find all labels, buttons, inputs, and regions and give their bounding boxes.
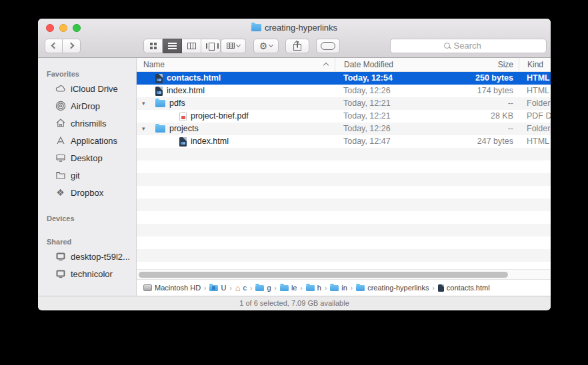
home-icon (55, 118, 66, 129)
desktop-icon (55, 153, 66, 164)
folder-row-pdfs[interactable]: ▾ pdfs Today, 12:21 -- Folder (137, 97, 551, 110)
file-row-project-brief-pdf[interactable]: project-brief.pdf Today, 12:21 28 KB PDF… (137, 110, 551, 123)
hard-drive-icon (143, 284, 152, 291)
pdf-file-icon (179, 112, 187, 121)
chevron-right-icon (67, 43, 74, 49)
titlebar[interactable]: creating-hyperlinks (38, 19, 551, 36)
html-file-icon (438, 284, 444, 292)
column-header-name[interactable]: Name (137, 58, 335, 71)
path-item-contacts-html[interactable]: contacts.html (438, 284, 490, 292)
tag-button[interactable] (316, 39, 340, 53)
horizontal-scrollbar-thumb[interactable] (139, 272, 508, 278)
window-title-text: creating-hyperlinks (265, 23, 337, 33)
sidebar-item-home[interactable]: chrismills (38, 115, 136, 132)
html-file-icon (155, 74, 163, 83)
path-separator: › (433, 284, 435, 292)
sort-ascending-icon (323, 63, 329, 68)
sidebar-item-desktop[interactable]: Desktop (38, 149, 136, 167)
display-icon (55, 251, 66, 262)
sidebar-item-technicolor[interactable]: technicolor (38, 265, 136, 282)
sidebar-item-label: Desktop (71, 153, 103, 163)
status-bar: 1 of 6 selected, 7.09 GB available (38, 296, 551, 310)
group-by-button[interactable] (221, 39, 246, 53)
column-headers: Name Date Modified Size Kind (137, 58, 551, 72)
file-row-index-html[interactable]: index.html Today, 12:26 174 bytes HTML (137, 85, 551, 97)
file-row-index-html-nested[interactable]: index.html Today, 12:47 247 bytes HTML (137, 135, 551, 148)
folder-icon (155, 100, 165, 107)
action-menu-button[interactable]: ⚙ (253, 39, 279, 53)
column-view-button[interactable] (182, 39, 201, 53)
sidebar-item-dropbox[interactable]: ❖ Dropbox (38, 184, 136, 201)
window-chrome: creating-hyperlinks ⚙ (38, 19, 551, 58)
horizontal-scrollbar[interactable] (137, 269, 551, 279)
file-list-pane: Name Date Modified Size Kind contacts.ht… (137, 58, 551, 296)
chevron-left-icon (51, 43, 58, 49)
share-icon (293, 41, 301, 51)
column-header-kind[interactable]: Kind (519, 58, 551, 71)
sidebar-item-label: Dropbox (71, 188, 103, 198)
sidebar-section-shared: Shared (47, 238, 136, 246)
finder-window: creating-hyperlinks ⚙ (38, 19, 551, 310)
sidebar-item-desktop-t59l2[interactable]: desktop-t59l2... (38, 248, 136, 265)
list-view-icon (168, 43, 177, 49)
chevron-down-icon (236, 43, 241, 47)
share-button[interactable] (285, 39, 309, 53)
search-input[interactable] (454, 41, 494, 51)
html-file-icon (179, 137, 187, 147)
folder-icon (306, 285, 315, 291)
tag-icon (321, 42, 335, 50)
path-item-creating-hyperlinks[interactable]: creating-hyperlinks (356, 284, 429, 292)
list-view-button[interactable] (163, 39, 182, 53)
folder-icon (356, 285, 365, 291)
disclosure-triangle-icon[interactable]: ▾ (142, 97, 145, 110)
path-item-users[interactable]: U (209, 284, 226, 292)
path-item-macintosh-hd[interactable]: Macintosh HD (143, 284, 201, 292)
path-item-g[interactable]: g (255, 284, 271, 292)
sidebar-item-applications[interactable]: Applications (38, 132, 136, 149)
sidebar-item-label: chrismills (71, 119, 106, 129)
disclosure-triangle-icon[interactable]: ▾ (142, 123, 145, 135)
path-separator: › (300, 284, 302, 292)
chevron-down-icon (269, 43, 273, 47)
sidebar-item-label: technicolor (71, 269, 113, 279)
folder-row-projects[interactable]: ▾ projects Today, 12:26 -- Folder (137, 123, 551, 135)
icon-view-button[interactable] (143, 39, 163, 53)
home-folder-icon: ⌂ (235, 284, 241, 292)
display-icon (55, 268, 66, 280)
sidebar-item-label: AirDrop (71, 101, 100, 111)
sidebar: Favorites iCloud Drive AirDrop chrismill… (38, 58, 137, 296)
path-item-h[interactable]: h (306, 284, 321, 292)
sidebar-item-label: desktop-t59l2... (71, 252, 130, 262)
window-title: creating-hyperlinks (38, 19, 551, 36)
html-file-icon (155, 87, 163, 96)
path-separator: › (325, 284, 327, 292)
path-item-in[interactable]: in (330, 284, 347, 292)
sidebar-item-label: iCloud Drive (71, 84, 118, 94)
folder-icon (280, 285, 289, 291)
search-field[interactable] (390, 39, 547, 53)
sidebar-item-icloud-drive[interactable]: iCloud Drive (38, 80, 136, 97)
sidebar-item-git[interactable]: git (38, 167, 136, 184)
forward-button[interactable] (63, 39, 81, 53)
path-separator: › (229, 284, 231, 292)
path-separator: › (351, 284, 353, 292)
column-header-size[interactable]: Size (457, 58, 519, 71)
sidebar-section-devices: Devices (47, 214, 136, 222)
sidebar-item-airdrop[interactable]: AirDrop (38, 97, 136, 115)
coverflow-view-icon (206, 43, 216, 49)
path-item-le[interactable]: le (280, 284, 297, 292)
column-header-date-modified[interactable]: Date Modified (335, 58, 457, 71)
coverflow-view-button[interactable] (201, 39, 221, 53)
toolbar: ⚙ (38, 36, 551, 58)
column-view-icon (187, 43, 196, 49)
users-folder-icon (209, 285, 218, 291)
file-row-contacts-html[interactable]: contacts.html Today, 12:54 250 bytes HTM… (137, 72, 551, 85)
path-item-home[interactable]: ⌂c (235, 284, 247, 292)
folder-icon (255, 285, 264, 291)
path-separator: › (250, 284, 252, 292)
path-bar: Macintosh HD › U › ⌂c › g › le › h › in … (137, 279, 551, 296)
icon-view-icon (150, 43, 157, 49)
folder-icon (251, 24, 261, 31)
back-button[interactable] (45, 39, 63, 53)
path-separator: › (204, 284, 206, 292)
